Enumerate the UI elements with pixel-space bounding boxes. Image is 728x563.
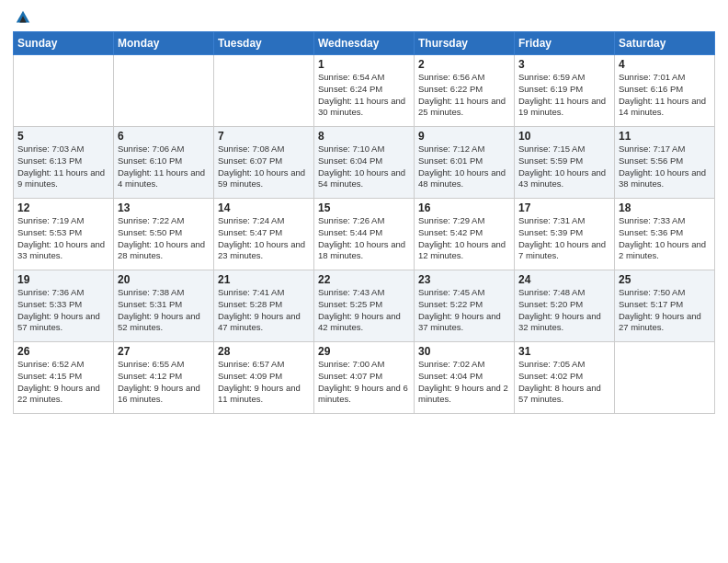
day-number: 6 <box>118 130 210 143</box>
sunrise: Sunrise: 7:17 AM <box>619 144 685 154</box>
sunset: Sunset: 6:01 PM <box>418 155 483 166</box>
daylight: Daylight: 11 hours and 14 minutes. <box>619 96 706 118</box>
day-cell: 6 Sunrise: 7:06 AM Sunset: 6:10 PM Dayli… <box>114 127 214 199</box>
sunset: Sunset: 6:04 PM <box>318 155 382 166</box>
day-info: Sunrise: 7:38 AM Sunset: 5:31 PM Dayligh… <box>118 287 210 334</box>
daylight: Daylight: 10 hours and 7 minutes. <box>518 239 606 261</box>
sunset: Sunset: 5:17 PM <box>619 299 683 309</box>
day-number: 27 <box>118 345 210 358</box>
sunrise: Sunrise: 7:29 AM <box>418 215 484 225</box>
daylight: Daylight: 10 hours and 12 minutes. <box>418 239 506 261</box>
day-info: Sunrise: 7:06 AM Sunset: 6:10 PM Dayligh… <box>118 144 210 190</box>
day-info: Sunrise: 7:00 AM Sunset: 4:07 PM Dayligh… <box>318 359 410 406</box>
calendar: SundayMondayTuesdayWednesdayThursdayFrid… <box>13 31 715 414</box>
sunrise: Sunrise: 7:06 AM <box>118 144 184 154</box>
sunrise: Sunrise: 6:57 AM <box>218 359 284 369</box>
sunset: Sunset: 5:44 PM <box>318 227 382 237</box>
day-info: Sunrise: 7:05 AM Sunset: 4:02 PM Dayligh… <box>518 359 610 406</box>
day-cell: 15 Sunrise: 7:26 AM Sunset: 5:44 PM Dayl… <box>314 199 415 270</box>
day-number: 1 <box>318 58 410 71</box>
day-number: 2 <box>418 58 510 71</box>
day-cell: 22 Sunrise: 7:43 AM Sunset: 5:25 PM Dayl… <box>314 270 415 342</box>
sunrise: Sunrise: 7:38 AM <box>118 287 184 297</box>
daylight: Daylight: 9 hours and 37 minutes. <box>418 311 501 333</box>
day-cell: 24 Sunrise: 7:48 AM Sunset: 5:20 PM Dayl… <box>515 270 615 342</box>
day-number: 7 <box>218 130 310 143</box>
day-info: Sunrise: 7:26 AM Sunset: 5:44 PM Dayligh… <box>318 215 410 262</box>
daylight: Daylight: 10 hours and 33 minutes. <box>17 239 105 261</box>
daylight: Daylight: 11 hours and 9 minutes. <box>17 167 105 190</box>
day-number: 25 <box>619 273 711 286</box>
day-number: 16 <box>418 201 510 214</box>
daylight: Daylight: 9 hours and 52 minutes. <box>118 311 200 333</box>
sunrise: Sunrise: 6:52 AM <box>17 359 84 369</box>
day-cell <box>14 55 114 127</box>
sunrise: Sunrise: 7:43 AM <box>318 287 384 297</box>
day-info: Sunrise: 6:55 AM Sunset: 4:12 PM Dayligh… <box>118 359 210 406</box>
day-number: 5 <box>17 130 109 143</box>
day-cell: 20 Sunrise: 7:38 AM Sunset: 5:31 PM Dayl… <box>114 270 214 342</box>
daylight: Daylight: 10 hours and 23 minutes. <box>218 239 305 261</box>
sunrise: Sunrise: 7:41 AM <box>218 287 284 297</box>
week-row-4: 26 Sunrise: 6:52 AM Sunset: 4:15 PM Dayl… <box>14 342 715 414</box>
sunset: Sunset: 5:53 PM <box>17 227 82 237</box>
day-cell: 31 Sunrise: 7:05 AM Sunset: 4:02 PM Dayl… <box>515 342 615 414</box>
daylight: Daylight: 9 hours and 6 minutes. <box>318 383 408 405</box>
sunset: Sunset: 5:25 PM <box>318 299 382 309</box>
sunrise: Sunrise: 7:15 AM <box>518 144 585 154</box>
sunrise: Sunrise: 7:24 AM <box>218 215 284 225</box>
sunset: Sunset: 5:39 PM <box>518 227 583 237</box>
day-info: Sunrise: 7:08 AM Sunset: 6:07 PM Dayligh… <box>218 144 310 190</box>
weekday-header-monday: Monday <box>114 32 214 55</box>
day-number: 23 <box>418 273 510 286</box>
day-number: 21 <box>218 273 310 286</box>
day-cell: 14 Sunrise: 7:24 AM Sunset: 5:47 PM Dayl… <box>214 199 314 270</box>
weekday-header-tuesday: Tuesday <box>214 32 314 55</box>
day-info: Sunrise: 7:41 AM Sunset: 5:28 PM Dayligh… <box>218 287 310 334</box>
day-cell: 4 Sunrise: 7:01 AM Sunset: 6:16 PM Dayli… <box>615 55 715 127</box>
daylight: Daylight: 9 hours and 27 minutes. <box>619 311 701 333</box>
week-row-0: 1 Sunrise: 6:54 AM Sunset: 6:24 PM Dayli… <box>14 55 715 127</box>
sunset: Sunset: 4:15 PM <box>17 371 82 381</box>
day-info: Sunrise: 7:17 AM Sunset: 5:56 PM Dayligh… <box>619 144 711 190</box>
day-cell: 2 Sunrise: 6:56 AM Sunset: 6:22 PM Dayli… <box>415 55 515 127</box>
sunset: Sunset: 5:33 PM <box>17 299 82 309</box>
daylight: Daylight: 11 hours and 4 minutes. <box>118 167 205 190</box>
day-cell: 7 Sunrise: 7:08 AM Sunset: 6:07 PM Dayli… <box>214 127 314 199</box>
daylight: Daylight: 9 hours and 22 minutes. <box>17 383 100 405</box>
daylight: Daylight: 9 hours and 16 minutes. <box>118 383 200 405</box>
day-number: 17 <box>518 201 610 214</box>
day-number: 28 <box>218 345 310 358</box>
daylight: Daylight: 10 hours and 2 minutes. <box>619 239 706 261</box>
sunset: Sunset: 5:28 PM <box>218 299 282 309</box>
day-number: 29 <box>318 345 410 358</box>
sunrise: Sunrise: 7:01 AM <box>619 72 685 82</box>
day-cell <box>214 55 314 127</box>
sunset: Sunset: 5:22 PM <box>418 299 483 309</box>
day-cell <box>114 55 214 127</box>
daylight: Daylight: 10 hours and 18 minutes. <box>318 239 405 261</box>
day-info: Sunrise: 7:12 AM Sunset: 6:01 PM Dayligh… <box>418 144 510 190</box>
day-info: Sunrise: 7:43 AM Sunset: 5:25 PM Dayligh… <box>318 287 410 334</box>
sunset: Sunset: 6:19 PM <box>518 84 583 94</box>
daylight: Daylight: 10 hours and 38 minutes. <box>619 167 706 190</box>
sunrise: Sunrise: 7:19 AM <box>17 215 84 225</box>
sunrise: Sunrise: 7:05 AM <box>518 359 585 369</box>
day-info: Sunrise: 6:57 AM Sunset: 4:09 PM Dayligh… <box>218 359 310 406</box>
sunset: Sunset: 4:02 PM <box>518 371 583 381</box>
logo-icon <box>15 9 31 26</box>
daylight: Daylight: 11 hours and 19 minutes. <box>518 96 606 118</box>
daylight: Daylight: 9 hours and 47 minutes. <box>218 311 301 333</box>
sunset: Sunset: 6:13 PM <box>17 155 82 166</box>
header <box>13 9 715 26</box>
day-info: Sunrise: 7:15 AM Sunset: 5:59 PM Dayligh… <box>518 144 610 190</box>
day-cell: 9 Sunrise: 7:12 AM Sunset: 6:01 PM Dayli… <box>415 127 515 199</box>
sunrise: Sunrise: 6:59 AM <box>518 72 585 82</box>
day-number: 10 <box>518 130 610 143</box>
sunrise: Sunrise: 7:02 AM <box>418 359 484 369</box>
sunset: Sunset: 6:24 PM <box>318 84 382 94</box>
week-row-1: 5 Sunrise: 7:03 AM Sunset: 6:13 PM Dayli… <box>14 127 715 199</box>
sunset: Sunset: 5:20 PM <box>518 299 583 309</box>
page: SundayMondayTuesdayWednesdayThursdayFrid… <box>0 0 728 563</box>
day-number: 31 <box>518 345 610 358</box>
